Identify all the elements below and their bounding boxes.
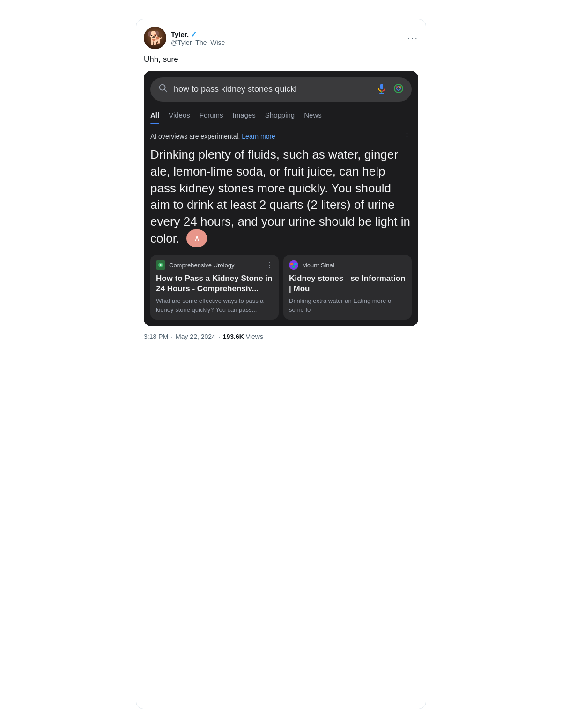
ai-overview-section: AI overviews are experimental. Learn mor… <box>144 124 418 248</box>
tweet-views: 193.6K Views <box>223 333 263 340</box>
source-name-row-1: Comprehensive Urology <box>156 260 234 270</box>
ai-options-icon[interactable]: ⋮ <box>402 131 412 142</box>
svg-point-5 <box>394 84 403 93</box>
tweet-card: Tyler. ✓ @Tyler_The_Wise ··· Uhh, sure h… <box>136 19 426 709</box>
svg-point-15 <box>292 265 295 268</box>
svg-point-13 <box>290 263 293 265</box>
avatar[interactable] <box>144 27 166 49</box>
tab-videos[interactable]: Videos <box>169 106 190 124</box>
source-header-1: Comprehensive Urology ⋮ <box>156 260 273 270</box>
source-desc-2: Drinking extra water an Eating more of s… <box>289 297 406 314</box>
svg-line-1 <box>164 90 167 92</box>
dot-separator-2: · <box>218 333 220 340</box>
svg-point-7 <box>396 86 398 88</box>
tab-forums[interactable]: Forums <box>200 106 223 124</box>
svg-point-11 <box>160 264 162 266</box>
tab-news[interactable]: News <box>304 106 322 124</box>
tweet-footer: 3:18 PM · May 22, 2024 · 193.6K Views <box>144 333 418 340</box>
tweet-date: May 22, 2024 <box>176 333 215 340</box>
learn-more-link[interactable]: Learn more <box>242 132 275 140</box>
ai-answer-text: Drinking plenty of fluids, such as water… <box>150 147 412 248</box>
source-favicon-1 <box>156 260 165 270</box>
search-bar[interactable]: how to pass kidney stones quickl <box>150 77 412 102</box>
user-text-info: Tyler. ✓ @Tyler_The_Wise <box>171 30 225 46</box>
user-info: Tyler. ✓ @Tyler_The_Wise <box>144 27 225 49</box>
search-icon <box>158 83 168 96</box>
google-search-card: how to pass kidney stones quickl <box>144 71 418 326</box>
tab-all[interactable]: All <box>150 106 159 124</box>
tab-images[interactable]: Images <box>233 106 256 124</box>
verified-badge-icon: ✓ <box>191 30 197 39</box>
more-options-button[interactable]: ··· <box>407 33 418 44</box>
search-query: how to pass kidney stones quickl <box>174 84 370 94</box>
source-desc-1: What are some effective ways to pass a k… <box>156 297 273 314</box>
source-name-row-2: Mount Sinai <box>289 260 334 270</box>
svg-rect-2 <box>380 84 383 89</box>
source-options-icon-1[interactable]: ⋮ <box>266 261 273 270</box>
tweet-time: 3:18 PM <box>144 333 168 340</box>
source-header-2: Mount Sinai <box>289 260 406 270</box>
search-tabs: All Videos Forums Images Shopping News <box>144 106 418 124</box>
source-name-2: Mount Sinai <box>302 262 334 269</box>
source-cards: Comprehensive Urology ⋮ How to Pass a Ki… <box>144 255 418 326</box>
tab-shopping[interactable]: Shopping <box>265 106 295 124</box>
display-name: Tyler. ✓ <box>171 30 225 39</box>
source-title-1: How to Pass a Kidney Stone in 24 Hours -… <box>156 273 273 294</box>
lens-icon[interactable] <box>393 83 404 96</box>
svg-point-8 <box>399 86 401 88</box>
source-name-1: Comprehensive Urology <box>169 262 234 269</box>
dot-separator-1: · <box>171 333 173 340</box>
svg-point-14 <box>294 263 297 265</box>
mic-icon[interactable] <box>376 83 387 96</box>
source-favicon-2 <box>289 260 298 270</box>
ai-notice: AI overviews are experimental. Learn mor… <box>150 131 412 142</box>
tweet-header: Tyler. ✓ @Tyler_The_Wise ··· <box>144 27 418 49</box>
source-card-2[interactable]: Mount Sinai Kidney stones - se Informati… <box>283 255 412 320</box>
tweet-text: Uhh, sure <box>144 54 418 65</box>
ai-notice-text: AI overviews are experimental. Learn mor… <box>150 132 275 140</box>
source-card-1[interactable]: Comprehensive Urology ⋮ How to Pass a Ki… <box>150 255 279 320</box>
username[interactable]: @Tyler_The_Wise <box>171 39 225 46</box>
source-title-2: Kidney stones - se Information | Mou <box>289 273 406 294</box>
collapse-button[interactable]: ∧ <box>186 229 207 247</box>
